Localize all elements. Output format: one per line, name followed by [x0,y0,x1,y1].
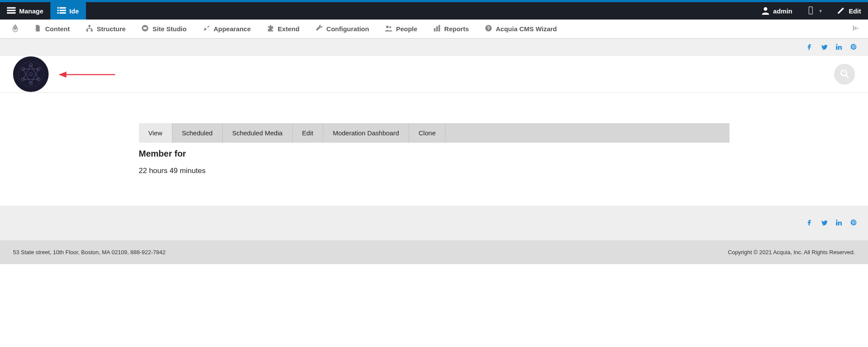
tab-scheduled[interactable]: Scheduled [172,123,223,143]
site-logo[interactable] [13,56,49,92]
facebook-icon[interactable] [806,43,813,52]
people-icon [385,24,393,33]
structure-icon [86,24,93,33]
admin-label: Site Studio [152,25,186,33]
svg-point-16 [386,26,389,28]
tab-label: View [149,129,162,137]
svg-point-25 [836,44,837,45]
edit-label: Edit [849,7,861,15]
twitter-icon[interactable] [821,219,828,227]
svg-point-26 [18,62,43,87]
svg-point-17 [389,26,391,29]
footer-bottom: 53 State street, 10th Floor, Boston, MA … [0,240,868,264]
search-button[interactable] [834,64,855,85]
device-icon [806,6,815,16]
tab-edit[interactable]: Edit [293,123,323,143]
tab-scheduled-media[interactable]: Scheduled Media [223,123,293,143]
admin-label: People [396,25,417,33]
svg-rect-18 [434,28,436,32]
admin-appearance[interactable]: Appearance [195,20,259,38]
admin-label: Extend [278,25,300,33]
svg-rect-12 [86,29,88,32]
ide-button[interactable]: Ide [50,2,86,20]
arrow-annotation [59,68,117,81]
admin-site-studio[interactable]: Site Studio [133,20,194,38]
svg-rect-23 [853,26,854,31]
file-icon [34,24,42,33]
svg-rect-11 [88,25,90,27]
tab-label: Moderation Dashboard [333,129,399,137]
svg-point-41 [836,219,837,221]
svg-point-38 [841,70,847,75]
footer-copyright: Copyright © 2021 Acquia, Inc. All Rights… [728,249,855,255]
svg-rect-4 [59,7,66,8]
admin-label: Acquia CMS Wizard [496,25,557,33]
wrench-icon [315,24,323,33]
svg-rect-6 [59,10,66,11]
admin-content[interactable]: Content [26,20,78,38]
admin-menu: Content Structure Site Studio Appearance… [0,20,868,39]
member-for-value: 22 hours 49 minutes [139,167,729,175]
pinterest-icon[interactable] [850,219,857,227]
svg-rect-3 [57,7,59,8]
admin-label: Structure [97,25,126,33]
tab-label: Scheduled [182,129,213,137]
member-for-label: Member for [139,149,729,159]
facebook-icon[interactable] [806,219,813,227]
tab-label: Scheduled Media [232,129,283,137]
linkedin-icon[interactable] [835,219,842,227]
user-menu[interactable]: admin [754,2,799,20]
footer-address: 53 State street, 10th Floor, Boston, MA … [13,249,165,255]
device-menu[interactable]: ▼ [799,2,830,20]
svg-rect-5 [57,10,59,11]
admin-configuration[interactable]: Configuration [307,20,377,38]
search-icon [840,69,849,80]
main-content: View Scheduled Scheduled Media Edit Mode… [0,93,868,206]
admin-structure[interactable]: Structure [78,20,134,38]
help-icon: ? [485,24,492,33]
twitter-icon[interactable] [821,43,828,52]
svg-rect-15 [144,27,147,29]
svg-marker-37 [59,72,66,78]
svg-rect-40 [836,222,837,226]
svg-rect-10 [809,7,812,14]
hamburger-icon [7,6,16,16]
svg-line-39 [846,75,848,77]
admin-people[interactable]: People [377,20,425,38]
tab-clone[interactable]: Clone [409,123,446,143]
svg-point-9 [763,7,767,10]
svg-rect-24 [836,46,837,50]
toolbar: Manage Ide admin ▼ Edit [0,2,868,20]
svg-rect-19 [436,26,438,32]
manage-button[interactable]: Manage [0,2,50,20]
admin-label: Reports [444,25,469,33]
collapse-button[interactable] [849,20,864,38]
list-icon [57,6,66,16]
site-header [0,56,868,93]
pinterest-icon[interactable] [850,43,857,52]
pencil-icon [837,6,845,16]
tab-view[interactable]: View [139,123,172,143]
svg-rect-7 [57,12,59,13]
svg-rect-20 [439,25,440,32]
admin-label: Appearance [214,25,251,33]
tabs: View Scheduled Scheduled Media Edit Mode… [139,123,729,143]
edit-button[interactable]: Edit [830,2,868,20]
manage-label: Manage [19,7,43,15]
admin-acquia-wizard[interactable]: ? Acquia CMS Wizard [477,20,565,38]
tab-moderation-dashboard[interactable]: Moderation Dashboard [323,123,409,143]
linkedin-icon[interactable] [835,43,842,52]
admin-extend[interactable]: Extend [259,20,307,38]
user-icon [761,6,770,16]
home-link[interactable] [4,20,26,38]
admin-reports[interactable]: Reports [425,20,477,38]
admin-label: Configuration [327,25,369,33]
svg-rect-13 [91,29,93,32]
chevron-down-icon: ▼ [818,9,823,13]
extend-icon [267,24,274,33]
appearance-icon [202,24,210,33]
collapse-icon [852,24,860,33]
user-label: admin [773,7,792,15]
studio-icon [141,24,149,33]
svg-rect-0 [7,7,16,8]
